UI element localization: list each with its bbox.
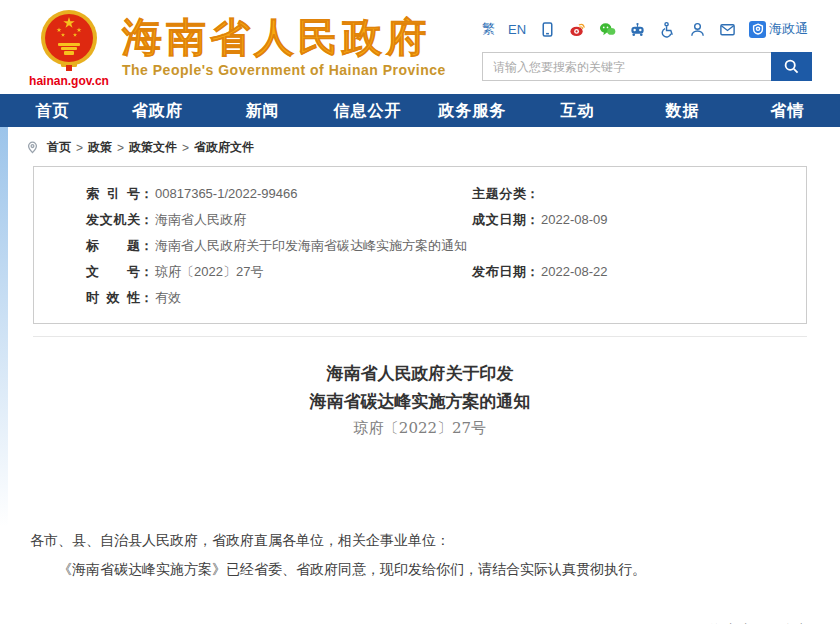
meta-written-date-label: 成文日期 [472,207,526,233]
page: hainan.gov.cn 海南省人民政府 The People's Gover… [0,0,840,624]
nav-home[interactable]: 首页 [0,94,105,127]
haizhengtong-label: 海政通 [769,20,808,38]
meta-doc-title-label: 标题 [86,233,140,259]
meta-row: 标题：海南省人民政府关于印发海南省碳达峰实施方案的通知 [34,233,806,259]
meta-publish-date: 发布日期：2022-08-22 [420,259,806,285]
weibo-link[interactable] [569,21,586,38]
meta-agency-value: 海南省人民政府 [155,212,246,227]
robot-link[interactable] [629,21,646,38]
article-body: 各市、县、自治县人民政府，省政府直属各单位，相关企事业单位： 《海南省碳达峰实施… [30,526,810,584]
weibo-icon [569,21,586,38]
meta-row: 时效性：有效 [34,285,806,311]
user-icon [689,21,706,38]
meta-validity-label: 时效性 [86,285,140,311]
breadcrumb-policy[interactable]: 政策 [88,139,112,156]
meta-topic: 主题分类： [420,181,806,207]
national-emblem-icon [37,8,101,72]
article-paragraph-2: 《海南省碳达峰实施方案》已经省委、省政府同意，现印发给你们，请结合实际认真贯彻执… [30,555,810,584]
nav-interaction[interactable]: 互动 [525,94,630,127]
nav-information-disclosure[interactable]: 信息公开 [315,94,420,127]
site-titles: 海南省人民政府 The People's Government of Haina… [122,8,446,78]
meta-index: 索引号：00817365-1/2022-99466 [34,181,420,207]
divider [33,336,807,337]
accessibility-link[interactable] [659,21,676,38]
meta-publish-date-value: 2022-08-22 [541,264,608,279]
meta-publish-date-label: 发布日期 [472,259,526,285]
search-icon [783,58,800,75]
meta-written-date-value: 2022-08-09 [541,212,608,227]
site-title-en: The People's Government of Hainan Provin… [122,62,446,78]
nav-government-services[interactable]: 政务服务 [420,94,525,127]
breadcrumb-home[interactable]: 首页 [47,139,71,156]
meta-validity: 时效性：有效 [34,285,420,311]
breadcrumb-provincial-documents[interactable]: 省政府文件 [194,139,254,156]
search-bar [482,52,812,81]
search-button[interactable] [771,52,812,81]
meta-doc-title-value: 海南省人民政府关于印发海南省碳达峰实施方案的通知 [155,238,467,253]
meta-row: 索引号：00817365-1/2022-99466 主题分类： [34,181,806,207]
mail-link[interactable] [719,21,736,38]
meta-index-label: 索引号 [86,181,140,207]
traditional-chinese-link[interactable]: 繁 [482,20,495,38]
article-doc-number: 琼府〔2022〕27号 [30,419,810,438]
nav-provincial-government[interactable]: 省政府 [105,94,210,127]
meta-row: 发文机关：海南省人民政府 成文日期：2022-08-09 [34,207,806,233]
left-gradient-strip [0,127,8,527]
national-emblem: hainan.gov.cn [26,8,112,88]
article-title-line1: 海南省人民政府关于印发 [30,359,810,387]
meta-agency: 发文机关：海南省人民政府 [34,207,420,233]
wechat-link[interactable] [599,21,616,38]
site-domain: hainan.gov.cn [26,74,112,88]
site-logo[interactable]: hainan.gov.cn 海南省人民政府 The People's Gover… [26,8,446,88]
mobile-icon [539,21,556,38]
document-meta-card: 索引号：00817365-1/2022-99466 主题分类： 发文机关：海南省… [33,166,807,324]
meta-doc-title: 标题：海南省人民政府关于印发海南省碳达峰实施方案的通知 [34,233,806,259]
breadcrumb-separator: > [76,141,83,155]
meta-doc-no-label: 文号 [86,259,140,285]
meta-agency-label: 发文机关 [86,207,140,233]
robot-icon [629,21,646,38]
article-title-line2: 海南省碳达峰实施方案的通知 [30,387,810,415]
meta-validity-value: 有效 [155,290,181,305]
nav-news[interactable]: 新闻 [210,94,315,127]
meta-written-date: 成文日期：2022-08-09 [420,207,806,233]
site-title-cn: 海南省人民政府 [122,16,446,58]
search-input[interactable] [482,52,771,81]
article-paragraph-1: 各市、县、自治县人民政府，省政府直属各单位，相关企事业单位： [30,526,810,555]
english-link[interactable]: EN [508,22,526,37]
meta-index-value: 00817365-1/2022-99466 [155,186,297,201]
haizhengtong-icon [749,21,766,38]
nav-data[interactable]: 数据 [630,94,735,127]
site-header: hainan.gov.cn 海南省人民政府 The People's Gover… [0,0,840,94]
quickbar: 繁 EN 海政通 [482,18,812,40]
nav-province-profile[interactable]: 省情 [735,94,840,127]
meta-doc-no-value: 琼府〔2022〕27号 [155,264,263,279]
user-link[interactable] [689,21,706,38]
main-nav: 首页 省政府 新闻 信息公开 政务服务 互动 数据 省情 [0,94,840,127]
breadcrumb-separator: > [117,141,124,155]
header-right: 繁 EN 海政通 [482,18,812,81]
wechat-icon [599,21,616,38]
mail-icon [719,21,736,38]
breadcrumb: 首页 > 政策 > 政策文件 > 省政府文件 [26,139,840,156]
accessibility-icon [659,21,676,38]
meta-doc-no: 文号：琼府〔2022〕27号 [34,259,420,285]
meta-row: 文号：琼府〔2022〕27号 发布日期：2022-08-22 [34,259,806,285]
location-pin-icon [26,141,39,154]
meta-topic-label: 主题分类 [472,181,526,207]
haizhengtong-link[interactable]: 海政通 [749,20,808,38]
breadcrumb-separator: > [182,141,189,155]
mobile-link[interactable] [539,21,556,38]
article: 海南省人民政府关于印发 海南省碳达峰实施方案的通知 琼府〔2022〕27号 各市… [0,359,840,624]
breadcrumb-policy-documents[interactable]: 政策文件 [129,139,177,156]
